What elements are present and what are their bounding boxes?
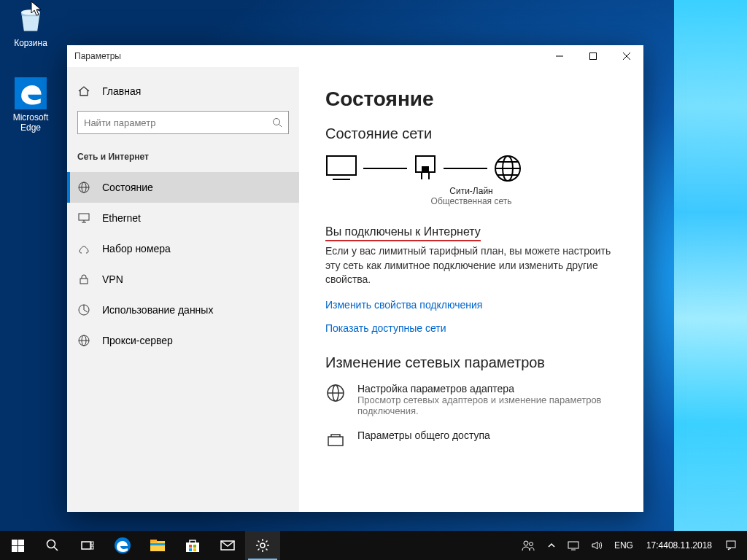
- svg-point-50: [524, 541, 528, 545]
- internet-globe-icon: [493, 154, 522, 183]
- window-title: Параметры: [74, 51, 121, 61]
- taskbar-mail[interactable]: [210, 531, 245, 560]
- globe-icon: [77, 181, 90, 194]
- show-networks-link[interactable]: Показать доступные сети: [325, 322, 617, 334]
- network-caption: Сити-Лайн Общественная сеть: [325, 186, 617, 206]
- people-icon[interactable]: [515, 531, 541, 560]
- page-title: Состояние: [325, 88, 617, 111]
- volume-tray-icon[interactable]: [585, 531, 608, 560]
- edge-label: Microsoft Edge: [4, 112, 58, 133]
- nav-label: Набор номера: [102, 243, 171, 254]
- show-desktop-button[interactable]: [743, 531, 747, 560]
- svg-rect-12: [80, 279, 88, 284]
- svg-rect-41: [150, 540, 157, 542]
- sidebar: Главная Сеть и Интернет Состояние Ethern…: [67, 67, 299, 512]
- home-button[interactable]: Главная: [67, 79, 299, 104]
- adapter-settings-option[interactable]: Настройка параметров адаптера Просмотр с…: [325, 383, 617, 416]
- svg-rect-44: [189, 545, 192, 548]
- svg-rect-3: [590, 53, 597, 60]
- taskbar-settings[interactable]: [245, 531, 280, 560]
- sidebar-item-vpn[interactable]: VPN: [67, 264, 299, 295]
- taskbar-store[interactable]: [175, 531, 210, 560]
- search-icon: [272, 117, 282, 128]
- language-indicator[interactable]: ENG: [608, 531, 639, 560]
- change-connection-props-link[interactable]: Изменить свойства подключения: [325, 299, 617, 311]
- taskview-button[interactable]: [70, 531, 105, 560]
- svg-rect-47: [193, 548, 196, 551]
- svg-point-34: [47, 540, 55, 548]
- nav-label: VPN: [102, 273, 123, 285]
- nav-label: Ethernet: [102, 212, 141, 224]
- sharing-settings-option[interactable]: Параметры общего доступа: [325, 429, 617, 450]
- sidebar-section: Сеть и Интернет: [67, 147, 299, 172]
- svg-rect-52: [568, 542, 578, 548]
- sidebar-item-ethernet[interactable]: Ethernet: [67, 203, 299, 233]
- svg-rect-46: [189, 548, 192, 551]
- start-button[interactable]: [0, 531, 35, 560]
- search-button[interactable]: [35, 531, 70, 560]
- home-label: Главная: [102, 85, 141, 97]
- clock-time: 17:44: [646, 540, 668, 551]
- nav-label: Прокси-сервер: [102, 335, 173, 346]
- network-name: Сити-Лайн: [325, 186, 617, 196]
- mouse-cursor: [31, 1, 42, 18]
- connected-heading: Вы подключены к Интернету: [325, 225, 481, 241]
- home-icon: [77, 85, 90, 98]
- action-center-icon[interactable]: [719, 531, 743, 560]
- svg-line-35: [54, 547, 58, 551]
- minimize-button[interactable]: [543, 45, 576, 67]
- sidebar-item-status[interactable]: Состояние: [67, 172, 299, 203]
- option-title: Настройка параметров адаптера: [357, 383, 617, 394]
- option-title: Параметры общего доступа: [357, 429, 490, 441]
- desktop[interactable]: Корзина Microsoft Edge Параметры Главная: [0, 0, 747, 560]
- proxy-icon: [77, 334, 90, 347]
- taskbar-edge[interactable]: [105, 531, 140, 560]
- svg-point-49: [260, 543, 265, 548]
- edge-desktop-icon[interactable]: Microsoft Edge: [4, 77, 58, 133]
- content: Состояние Состояние сети Сити-Лайн Общес…: [299, 67, 643, 512]
- network-diagram: [325, 154, 617, 183]
- svg-point-6: [274, 119, 280, 125]
- connected-description: Если у вас лимитный тарифный план, вы мо…: [325, 244, 617, 287]
- recycle-bin-icon[interactable]: Корзина: [4, 3, 58, 48]
- svg-rect-45: [193, 545, 196, 548]
- settings-window: Параметры Главная Сеть и Интернет Со: [67, 45, 643, 512]
- dialup-icon: [77, 242, 90, 255]
- svg-rect-42: [150, 543, 165, 545]
- svg-rect-37: [91, 542, 93, 545]
- search-box[interactable]: [77, 111, 289, 134]
- titlebar[interactable]: Параметры: [67, 45, 643, 67]
- svg-rect-33: [18, 546, 24, 552]
- adapter-icon: [325, 383, 346, 403]
- sidebar-item-proxy[interactable]: Прокси-сервер: [67, 325, 299, 356]
- clock[interactable]: 17:44 08.11.2018: [639, 531, 719, 560]
- svg-point-51: [529, 542, 533, 546]
- network-status-heading: Состояние сети: [325, 125, 617, 142]
- maximize-button[interactable]: [576, 45, 610, 67]
- taskbar-explorer[interactable]: [140, 531, 175, 560]
- svg-rect-36: [82, 542, 90, 549]
- svg-rect-32: [12, 546, 18, 552]
- vpn-icon: [77, 273, 90, 286]
- tray-chevron-up-icon[interactable]: [541, 531, 562, 560]
- sidebar-item-dialup[interactable]: Набор номера: [67, 233, 299, 264]
- wallpaper-light: [674, 0, 747, 531]
- option-desc: Просмотр сетевых адаптеров и изменение п…: [357, 394, 617, 416]
- clock-date: 08.11.2018: [668, 540, 712, 551]
- recycle-bin-label: Корзина: [4, 38, 58, 48]
- data-usage-icon: [77, 303, 90, 316]
- svg-rect-38: [91, 546, 93, 549]
- svg-rect-54: [727, 541, 735, 548]
- close-button[interactable]: [610, 45, 643, 67]
- svg-rect-11: [79, 214, 89, 220]
- svg-rect-30: [12, 540, 18, 545]
- network-tray-icon[interactable]: [562, 531, 585, 560]
- sharing-icon: [325, 429, 346, 450]
- search-input[interactable]: [84, 117, 272, 128]
- computer-icon: [325, 155, 357, 182]
- svg-rect-43: [186, 542, 199, 552]
- sidebar-item-datausage[interactable]: Использование данных: [67, 295, 299, 325]
- ethernet-icon: [77, 211, 90, 225]
- svg-rect-31: [18, 540, 24, 545]
- svg-rect-40: [150, 541, 165, 551]
